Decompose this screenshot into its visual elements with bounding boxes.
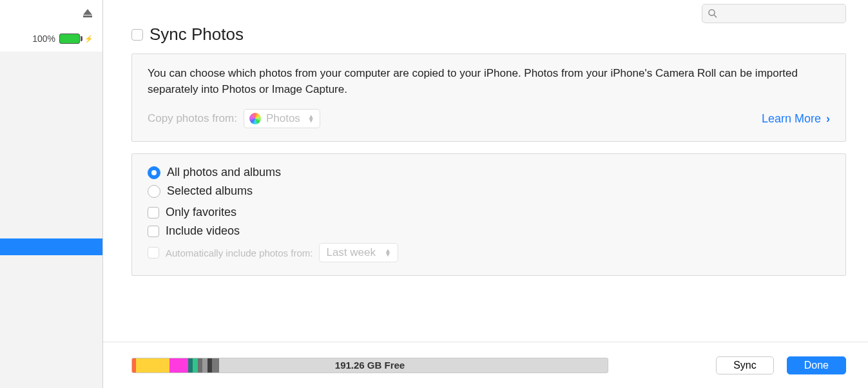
search-input[interactable] bbox=[702, 4, 846, 23]
sync-photos-checkbox[interactable] bbox=[131, 29, 143, 41]
copy-row: Copy photos from: Photos ▲▼ Learn More › bbox=[148, 109, 830, 128]
main-pane: Sync Photos You can choose which photos … bbox=[103, 0, 868, 388]
battery-icon bbox=[59, 34, 80, 44]
include-videos-checkbox[interactable] bbox=[148, 226, 159, 237]
sidebar: 100% ⚡ bbox=[0, 0, 103, 388]
svg-line-1 bbox=[714, 15, 717, 17]
chevron-updown-icon: ▲▼ bbox=[308, 115, 314, 122]
footer-bar: 191.26 GB Free Sync Done bbox=[103, 342, 868, 388]
copy-from-select[interactable]: Photos ▲▼ bbox=[244, 109, 320, 128]
eject-button[interactable] bbox=[83, 9, 92, 15]
radio-all[interactable] bbox=[148, 166, 160, 179]
auto-include-row: Automatically include photos from: Last … bbox=[148, 243, 830, 262]
copy-from-value: Photos bbox=[266, 112, 300, 125]
sync-button[interactable]: Sync bbox=[716, 356, 774, 374]
search-icon bbox=[707, 8, 719, 21]
learn-more-label: Learn More bbox=[762, 112, 821, 126]
favorites-checkbox[interactable] bbox=[148, 207, 159, 218]
copy-left: Copy photos from: Photos ▲▼ bbox=[148, 109, 320, 128]
radio-selected[interactable] bbox=[148, 185, 160, 198]
storage-free-label: 191.26 GB Free bbox=[132, 358, 608, 373]
options-panel: All photos and albums Selected albums On… bbox=[131, 153, 846, 276]
panel-description: You can choose which photos from your co… bbox=[148, 66, 830, 97]
radio-selected-label: Selected albums bbox=[167, 184, 253, 198]
learn-more-link[interactable]: Learn More › bbox=[762, 112, 830, 126]
radio-all-label: All photos and albums bbox=[167, 166, 281, 179]
svg-point-0 bbox=[709, 10, 715, 15]
search-wrap bbox=[702, 4, 846, 23]
content: Sync Photos You can choose which photos … bbox=[103, 0, 868, 342]
charging-icon: ⚡ bbox=[84, 35, 93, 43]
title-row: Sync Photos bbox=[131, 24, 846, 44]
auto-include-label: Automatically include photos from: bbox=[166, 247, 313, 258]
options-group: Only favorites Include videos Automatica… bbox=[148, 206, 830, 262]
auto-include-checkbox[interactable] bbox=[148, 247, 159, 258]
auto-include-select[interactable]: Last week ▲▼ bbox=[319, 243, 398, 262]
photos-app-icon bbox=[249, 113, 261, 124]
done-button[interactable]: Done bbox=[787, 356, 846, 374]
sidebar-selected-item[interactable] bbox=[0, 238, 102, 255]
eject-icon bbox=[83, 9, 92, 15]
battery-percent: 100% bbox=[32, 34, 55, 44]
chevron-updown-icon: ▲▼ bbox=[385, 249, 391, 257]
battery-indicator: 100% ⚡ bbox=[32, 34, 93, 44]
chevron-right-icon: › bbox=[826, 112, 830, 126]
radio-all-row[interactable]: All photos and albums bbox=[148, 166, 830, 179]
storage-bar: 191.26 GB Free bbox=[131, 358, 608, 373]
radio-selected-row[interactable]: Selected albums bbox=[148, 184, 830, 198]
favorites-label: Only favorites bbox=[166, 206, 236, 219]
sidebar-header bbox=[0, 0, 102, 52]
favorites-row[interactable]: Only favorites bbox=[148, 206, 830, 219]
include-videos-label: Include videos bbox=[166, 224, 240, 238]
auto-include-value: Last week bbox=[326, 246, 376, 259]
copy-from-label: Copy photos from: bbox=[148, 112, 237, 125]
info-panel: You can choose which photos from your co… bbox=[131, 53, 846, 142]
page-title: Sync Photos bbox=[149, 24, 244, 44]
include-videos-row[interactable]: Include videos bbox=[148, 224, 830, 238]
